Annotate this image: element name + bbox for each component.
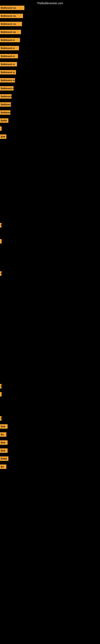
bar-item: Bottleneck re [0, 62, 17, 66]
bar-item [0, 392, 1, 396]
bar-item: Bottleneck [0, 110, 10, 115]
bar-item: Bott [0, 440, 8, 445]
bar-item: B [0, 223, 1, 228]
bar-item: Bottle [0, 456, 8, 461]
bar-item: Bo [0, 432, 6, 437]
bar-item: Bott [0, 448, 8, 453]
bar-item [0, 239, 1, 244]
bar-item: Bott [0, 134, 6, 139]
bar-item: Bottleneck [0, 94, 12, 98]
bar-item: Bottleneck re [0, 78, 15, 82]
bar-item: Bottle [0, 118, 8, 123]
bar-item: B [0, 271, 1, 276]
bar-item [0, 126, 1, 131]
bar-item: B [0, 416, 1, 420]
bar-item: Bo [0, 464, 6, 469]
bar-item: B [0, 384, 1, 388]
bar-item: Bottleneck r [0, 86, 14, 90]
bar-item: Bottleneck res [0, 14, 23, 18]
bar-item: Bottleneck res [0, 22, 22, 26]
bar-item: Bott [0, 424, 8, 429]
bar-item: Bottleneck res [0, 30, 21, 34]
bar-item: Bottleneck [0, 102, 11, 107]
bar-item: Bottleneck re [0, 38, 20, 42]
bar-item: Bottleneck res [0, 6, 24, 10]
bar-item: Bottleneck re [0, 70, 16, 74]
bar-item: Bottleneck re [0, 54, 18, 58]
bar-item: Bottleneck re [0, 46, 19, 50]
